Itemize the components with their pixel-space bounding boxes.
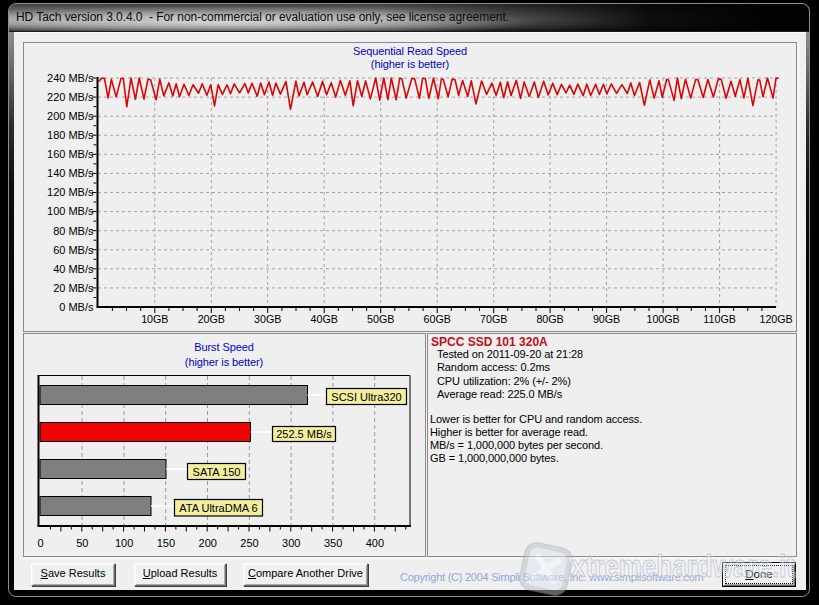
svg-text:xtremehardware.it: xtremehardware.it: [571, 548, 795, 584]
